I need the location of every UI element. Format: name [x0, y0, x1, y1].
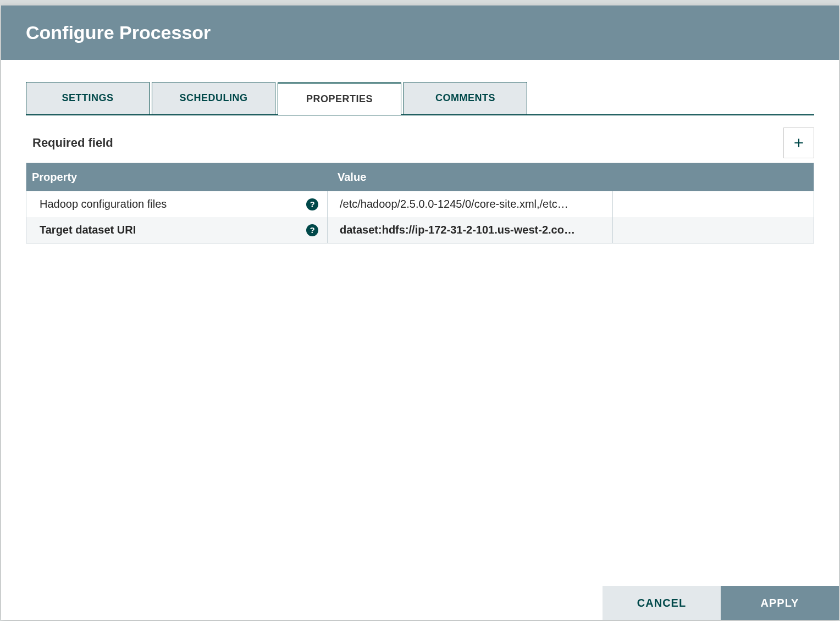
property-value-cell[interactable]: /etc/hadoop/2.5.0.0-1245/0/core-site.xml…: [328, 191, 613, 217]
property-value: /etc/hadoop/2.5.0.0-1245/0/core-site.xml…: [340, 198, 568, 210]
cancel-button[interactable]: Cancel: [603, 586, 721, 620]
property-name: Hadoop configuration files: [40, 198, 167, 210]
dialog-header: Configure Processor: [1, 5, 839, 60]
table-body: Hadoop configuration files ? /etc/hadoop…: [26, 191, 814, 243]
property-value: dataset:hdfs://ip-172-31-2-101.us-west-2…: [340, 224, 575, 236]
dialog-content: Settings Scheduling Properties Comments …: [1, 60, 839, 586]
required-field-label: Required field: [32, 136, 113, 150]
property-name-cell: Target dataset URI ?: [26, 217, 328, 243]
plus-icon: [792, 136, 806, 150]
tab-settings[interactable]: Settings: [26, 82, 150, 114]
column-header-value: Value: [328, 163, 814, 191]
tab-scheduling[interactable]: Scheduling: [152, 82, 275, 114]
help-icon[interactable]: ?: [306, 224, 318, 236]
add-property-button[interactable]: [783, 127, 814, 158]
property-extra-cell: [613, 191, 814, 217]
column-header-property: Property: [26, 163, 328, 191]
property-value-cell[interactable]: dataset:hdfs://ip-172-31-2-101.us-west-2…: [328, 217, 613, 243]
dialog-title: Configure Processor: [26, 22, 211, 43]
tabs-bar: Settings Scheduling Properties Comments: [26, 82, 814, 115]
help-icon[interactable]: ?: [306, 198, 318, 210]
table-header-row: Property Value: [26, 163, 814, 191]
property-name-cell: Hadoop configuration files ?: [26, 191, 328, 217]
property-extra-cell: [613, 217, 814, 243]
panel-header: Required field: [26, 127, 814, 158]
table-row[interactable]: Target dataset URI ? dataset:hdfs://ip-1…: [26, 217, 814, 243]
tab-properties[interactable]: Properties: [278, 82, 401, 115]
apply-button[interactable]: Apply: [721, 586, 839, 620]
configure-processor-dialog: Configure Processor Settings Scheduling …: [1, 5, 839, 620]
property-name: Target dataset URI: [40, 224, 136, 236]
properties-table: Property Value Hadoop configuration file…: [26, 163, 814, 243]
dialog-footer: Cancel Apply: [1, 586, 839, 620]
table-row[interactable]: Hadoop configuration files ? /etc/hadoop…: [26, 191, 814, 217]
properties-panel: Required field Property Value Hadoop con…: [26, 115, 814, 586]
tab-comments[interactable]: Comments: [404, 82, 527, 114]
